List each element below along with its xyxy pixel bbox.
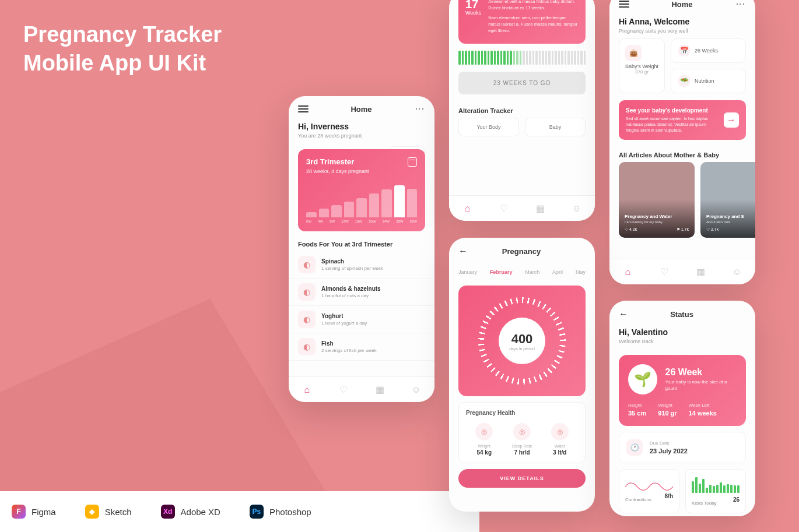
article-card[interactable]: Pregnancy and Water I am waiting for my … — [619, 162, 695, 238]
nutrition-icon: 🥗 — [678, 75, 690, 87]
food-icon: ◐ — [298, 338, 316, 355]
stat-nutrition[interactable]: 🥗Nutrition — [671, 69, 746, 93]
menu-icon[interactable] — [619, 1, 629, 8]
phone-pregnancy: ← Pregnancy JanuaryFebruaryMarchAprilMay… — [449, 238, 595, 512]
tool-sketch: ◆Sketch — [85, 505, 132, 519]
bottom-nav: ⌂ ♡ ▦ ☺ — [609, 259, 755, 284]
weeks-progress-ticks — [449, 51, 595, 65]
tab-your-body[interactable]: Your Body — [458, 118, 519, 136]
more-icon[interactable]: ⋮ — [414, 104, 425, 114]
week-stat: Week Left14 weeks — [689, 403, 717, 417]
page-title: Home — [351, 105, 372, 114]
tool-figma: FFigma — [12, 505, 56, 519]
figma-icon: F — [12, 505, 26, 519]
stat-weeks[interactable]: 📅26 Weeks — [671, 38, 746, 63]
health-item: ◎Sleep Rate7 hr/d — [512, 423, 532, 456]
grid-icon[interactable]: ▦ — [374, 385, 385, 395]
kicks-card[interactable]: Kicks Today26 — [685, 469, 746, 513]
trimester-card[interactable]: 3rd Trimester 28 weeks, 4 days pregnant … — [298, 149, 425, 231]
view-details-button[interactable]: VIEW DETAILS — [458, 469, 586, 488]
greeting-sub: You are 28 weeks pregnant — [298, 133, 425, 139]
home-icon[interactable]: ⌂ — [622, 267, 633, 277]
due-date-card: 🕐 Due Date23 July 2022 — [619, 432, 746, 463]
heart-icon: ♡ 4.2k — [625, 227, 637, 232]
tab-baby[interactable]: Baby — [525, 118, 586, 136]
page-title: Home — [671, 0, 692, 9]
calendar-icon — [408, 157, 417, 167]
month-tab[interactable]: January — [458, 269, 477, 275]
menu-icon[interactable] — [298, 105, 309, 112]
period-circle-card: 400 days in period — [458, 286, 586, 396]
health-item: ◎Water3 lt/d — [551, 423, 569, 456]
article-card[interactable]: Pregnancy and S About skin care ♡ 2.7k — [700, 162, 755, 238]
tools-bar: FFigma ◆Sketch XdAdobe XD PsPhotoshop — [0, 491, 479, 532]
user-icon[interactable]: ☺ — [572, 203, 582, 214]
heart-icon: ♡ 2.7k — [706, 227, 719, 232]
development-card[interactable]: See your baby's developmentSed sit amet … — [619, 100, 746, 140]
home-icon[interactable]: ⌂ — [302, 385, 312, 395]
bag-icon: 👜 — [625, 45, 642, 61]
month-tab[interactable]: February — [490, 269, 513, 275]
marketing-title: Pregnancy Tracker Mobile App UI Kit — [23, 20, 222, 78]
food-item[interactable]: ◐Almonds & hazelnuts1 handful of nuts a … — [289, 279, 434, 306]
ps-icon: Ps — [250, 505, 264, 519]
phone-week17: 17Weeks Aenean et velit a massa finibus … — [449, 0, 595, 221]
bottom-nav: ⌂ ♡ ▦ ☺ — [449, 195, 595, 221]
month-tabs: JanuaryFebruaryMarchAprilMay — [449, 265, 595, 280]
health-icon: ◎ — [551, 423, 569, 441]
tool-ps: PsPhotoshop — [250, 505, 311, 519]
back-icon[interactable]: ← — [458, 246, 468, 256]
food-item[interactable]: ◐Yoghurt1 bowl of yogurt a day — [289, 306, 434, 333]
week-stat: Height35 cm — [628, 403, 646, 417]
bookmark-icon: ⚑ 1.7k — [677, 227, 689, 232]
grid-icon[interactable]: ▦ — [535, 203, 545, 214]
weeks-bar-chart — [306, 182, 417, 217]
phone-status: ← Status Hi, Valentino Welcome Back 🌱 26… — [609, 301, 755, 516]
more-icon[interactable]: ⋮ — [735, 0, 746, 9]
heart-icon[interactable]: ♡ — [338, 385, 349, 395]
health-icon: ◎ — [513, 423, 531, 441]
week-card: 17Weeks Aenean et velit a massa finibus … — [458, 0, 586, 44]
bottom-nav: ⌂ ♡ ▦ ☺ — [289, 376, 434, 402]
food-item[interactable]: ◐Fish2 servings of fish per week — [289, 333, 434, 361]
alteration-title: Alteration Tracker — [449, 104, 595, 118]
health-item: ◎Weight54 kg — [475, 423, 493, 456]
heart-icon[interactable]: ♡ — [499, 203, 509, 214]
weeks-to-go: 23 WEEKS TO GO — [458, 72, 586, 94]
user-icon[interactable]: ☺ — [411, 385, 422, 395]
health-card: Pregnancy Health ◎Weight54 kg◎Sleep Rate… — [458, 402, 586, 463]
phone-home-inverness: Home ⋮ Hi, Inverness You are 28 weeks pr… — [289, 96, 434, 402]
articles-title: All Articles About Mother & Baby — [609, 148, 755, 162]
health-icon: ◎ — [475, 423, 493, 441]
contractions-card[interactable]: Contractions8/h — [619, 469, 679, 513]
grid-icon[interactable]: ▦ — [695, 267, 706, 277]
page-title: Pregnancy — [502, 247, 541, 256]
foods-title: Foods For You at 3rd Trimester — [289, 237, 434, 251]
arrow-right-icon[interactable]: → — [724, 112, 739, 128]
kicks-chart — [692, 475, 740, 493]
clock-icon: 🕐 — [626, 439, 643, 456]
home-icon[interactable]: ⌂ — [462, 203, 472, 214]
heart-icon[interactable]: ♡ — [659, 267, 670, 277]
food-item[interactable]: ◐Spinach1 serving of spinach per week — [289, 251, 434, 279]
greeting-sub: Welcome Back — [619, 339, 746, 344]
contractions-chart — [625, 475, 673, 493]
food-icon: ◐ — [298, 311, 316, 328]
week-stat: Weight910 gr — [658, 403, 677, 417]
greeting-title: Hi, Inverness — [298, 122, 425, 131]
greeting-sub: Pregnancy suits you very well — [619, 28, 746, 34]
week-status-card: 🌱 26 WeekYour baby is now the size of a … — [619, 355, 746, 426]
month-tab[interactable]: May — [576, 269, 586, 275]
greeting-title: Hi Anna, Welcome — [619, 17, 746, 26]
back-icon[interactable]: ← — [619, 309, 628, 319]
sketch-icon: ◆ — [85, 505, 99, 519]
calendar-icon: 📅 — [678, 45, 690, 57]
month-tab[interactable]: April — [552, 269, 563, 275]
month-tab[interactable]: March — [525, 269, 539, 275]
food-icon: ◐ — [298, 283, 316, 301]
user-icon[interactable]: ☺ — [732, 267, 742, 277]
tool-xd: XdAdobe XD — [161, 505, 220, 519]
xd-icon: Xd — [161, 505, 175, 519]
stat-baby-weight[interactable]: 👜 Baby's Weight 870 gr — [619, 38, 665, 93]
phone-home-anna: Home ⋮ Hi Anna, Welcome Pregnancy suits … — [609, 0, 755, 284]
